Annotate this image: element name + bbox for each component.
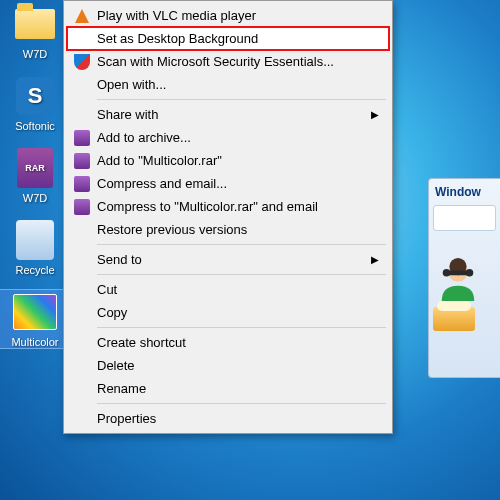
menu-separator: [97, 274, 386, 275]
menu-item-label: Copy: [97, 305, 127, 320]
image-thumbnail-icon: [13, 290, 57, 334]
rar-archive-icon: RAR: [13, 146, 57, 190]
desktop-icon-recycle-bin[interactable]: Recycle: [0, 218, 70, 276]
chevron-right-icon: ▶: [371, 254, 379, 265]
desktop-icon-label: W7D: [23, 48, 47, 60]
menu-item-label: Add to "Multicolor.rar": [97, 153, 222, 168]
menu-item-open-with[interactable]: Open with...: [67, 73, 389, 96]
svg-point-4: [466, 269, 474, 277]
menu-separator: [97, 244, 386, 245]
desktop-icon-multicolor[interactable]: Multicolor: [0, 290, 70, 348]
menu-item-compress-and-email[interactable]: Compress and email...: [67, 172, 389, 195]
menu-item-label: Set as Desktop Background: [97, 31, 258, 46]
svg-point-3: [443, 269, 451, 277]
side-gadget-title: Window: [433, 185, 496, 199]
rar-icon: [73, 152, 91, 170]
desktop-icon-label: W7D: [23, 192, 47, 204]
menu-item-label: Cut: [97, 282, 117, 297]
context-menu: Play with VLC media playerSet as Desktop…: [63, 0, 393, 434]
menu-item-share-with[interactable]: Share with▶: [67, 103, 389, 126]
desktop-icon-label: Recycle: [15, 264, 54, 276]
desktop-icon-label: Multicolor: [11, 336, 58, 348]
menu-item-label: Delete: [97, 358, 135, 373]
menu-item-label: Compress and email...: [97, 176, 227, 191]
menu-item-label: Compress to "Multicolor.rar" and email: [97, 199, 318, 214]
menu-item-label: Restore previous versions: [97, 222, 247, 237]
menu-separator: [97, 99, 386, 100]
desktop-icon-rar-w7d[interactable]: RAR W7D: [0, 146, 70, 204]
menu-item-label: Send to: [97, 252, 142, 267]
desktop-icon-label: Softonic: [15, 120, 55, 132]
rar-icon: [73, 198, 91, 216]
side-gadget-panel: Window: [428, 178, 500, 378]
menu-item-set-as-desktop-background[interactable]: Set as Desktop Background: [67, 27, 389, 50]
desktop-icons-column: W7D S Softonic RAR W7D Recycle Multicolo…: [0, 0, 70, 362]
recycle-bin-icon: [13, 218, 57, 262]
menu-item-label: Rename: [97, 381, 146, 396]
menu-item-label: Create shortcut: [97, 335, 186, 350]
menu-item-compress-to-multicolor-rar-and-email[interactable]: Compress to "Multicolor.rar" and email: [67, 195, 389, 218]
chevron-right-icon: ▶: [371, 109, 379, 120]
rar-icon: [73, 129, 91, 147]
menu-item-label: Add to archive...: [97, 130, 191, 145]
menu-item-label: Properties: [97, 411, 156, 426]
desktop-icon-softonic[interactable]: S Softonic: [0, 74, 70, 132]
desktop-icon-folder-w7d[interactable]: W7D: [0, 2, 70, 60]
menu-item-label: Play with VLC media player: [97, 8, 256, 23]
menu-item-label: Scan with Microsoft Security Essentials.…: [97, 54, 334, 69]
menu-item-cut[interactable]: Cut: [67, 278, 389, 301]
menu-item-create-shortcut[interactable]: Create shortcut: [67, 331, 389, 354]
shield-icon: [73, 53, 91, 71]
menu-separator: [97, 403, 386, 404]
rar-icon: [73, 175, 91, 193]
folder-icon: [13, 2, 57, 46]
side-gadget-inner-box[interactable]: [433, 205, 496, 231]
menu-item-restore-previous-versions[interactable]: Restore previous versions: [67, 218, 389, 241]
vlc-icon: [73, 7, 91, 25]
menu-item-play-with-vlc-media-player[interactable]: Play with VLC media player: [67, 4, 389, 27]
menu-item-label: Open with...: [97, 77, 166, 92]
menu-item-add-to-multicolor-rar[interactable]: Add to "Multicolor.rar": [67, 149, 389, 172]
menu-item-label: Share with: [97, 107, 158, 122]
menu-item-properties[interactable]: Properties: [67, 407, 389, 430]
menu-separator: [97, 327, 386, 328]
softonic-icon: S: [13, 74, 57, 118]
menu-item-send-to[interactable]: Send to▶: [67, 248, 389, 271]
menu-item-rename[interactable]: Rename: [67, 377, 389, 400]
popcorn-icon: [433, 307, 475, 331]
avatar-icon: [433, 257, 483, 301]
menu-item-copy[interactable]: Copy: [67, 301, 389, 324]
menu-item-add-to-archive[interactable]: Add to archive...: [67, 126, 389, 149]
menu-item-scan-with-microsoft-security-essentials[interactable]: Scan with Microsoft Security Essentials.…: [67, 50, 389, 73]
menu-item-delete[interactable]: Delete: [67, 354, 389, 377]
